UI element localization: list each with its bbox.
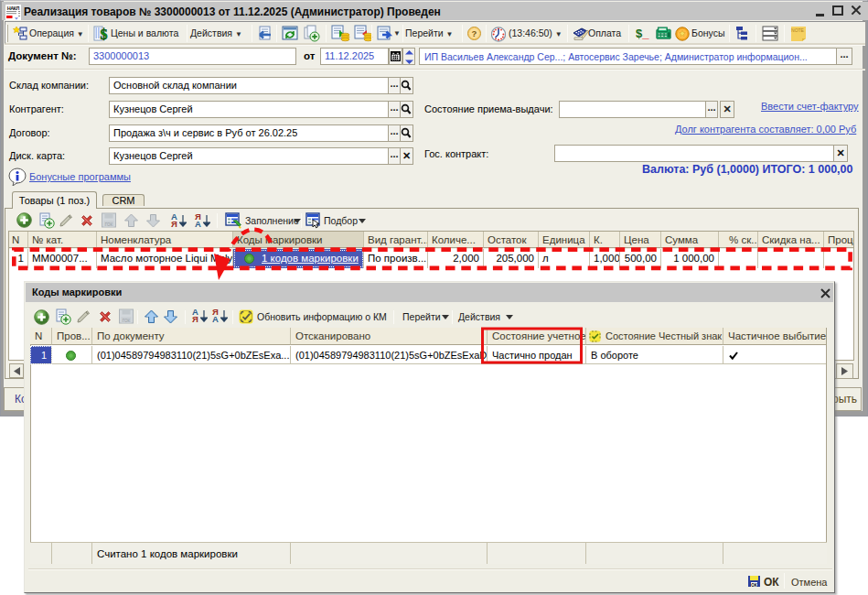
svg-text:НАКЛ: НАКЛ bbox=[7, 5, 20, 11]
svg-text:OK: OK bbox=[751, 583, 758, 588]
svg-text:ГОК: ГОК bbox=[123, 319, 131, 323]
svg-text:ГОК: ГОК bbox=[105, 222, 113, 227]
svg-text:?: ? bbox=[472, 28, 477, 38]
svg-text:NOTE: NOTE bbox=[791, 27, 805, 33]
svg-text:$: $ bbox=[101, 27, 108, 42]
